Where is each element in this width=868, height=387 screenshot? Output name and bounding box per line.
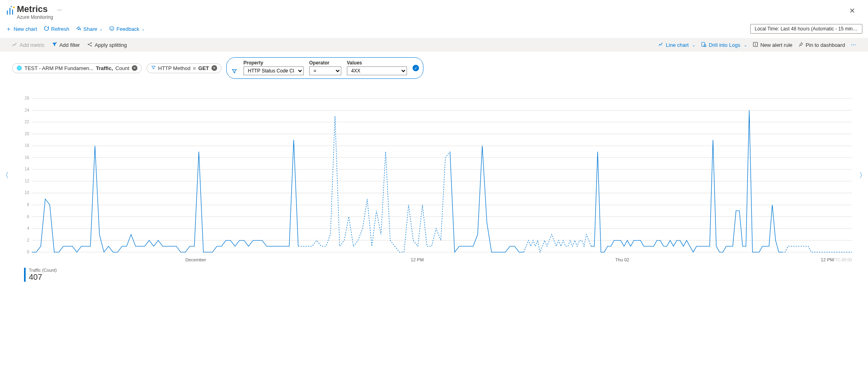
refresh-icon — [44, 26, 49, 32]
svg-text:26: 26 — [25, 96, 30, 100]
filter-icon — [151, 65, 156, 71]
svg-text:20: 20 — [25, 132, 30, 136]
svg-text:8: 8 — [27, 203, 29, 207]
values-select[interactable]: 4XX — [347, 66, 407, 75]
metric-icon — [12, 42, 18, 48]
svg-text:22: 22 — [25, 120, 30, 124]
line-chart-icon — [658, 42, 664, 48]
prev-chart-button[interactable]: 〈 — [2, 170, 9, 180]
metrics-chart[interactable]: 02468101214161820222426December12 PMThu … — [12, 88, 856, 265]
apply-splitting-button[interactable]: Apply splitting — [87, 42, 127, 48]
add-filter-button[interactable]: + Add filter — [52, 42, 80, 48]
metrics-icon — [6, 4, 17, 17]
operator-label: Operator — [309, 60, 341, 66]
chevron-down-icon: ⌄ — [141, 27, 145, 31]
svg-point-10 — [14, 44, 15, 45]
svg-text:UTC-08:00: UTC-08:00 — [832, 258, 852, 262]
svg-point-6 — [111, 27, 111, 28]
filter-icon — [232, 68, 237, 75]
chevron-down-icon: ⌄ — [99, 27, 103, 31]
close-button[interactable]: ✕ — [844, 4, 860, 18]
filter-pill[interactable]: HTTP Method = GET ✕ — [147, 63, 222, 73]
svg-point-7 — [112, 27, 113, 28]
svg-text:18: 18 — [25, 143, 30, 148]
svg-text:December: December — [185, 257, 206, 262]
feedback-button[interactable]: Feedback ⌄ — [109, 26, 145, 32]
chart-type-button[interactable]: Line chart ⌄ — [658, 42, 695, 48]
filter-builder: Property HTTP Status Code Class Operator… — [226, 57, 423, 79]
add-metric-button[interactable]: Add metric — [12, 42, 44, 48]
legend-item[interactable]: Traffic (Count) 407 — [24, 268, 856, 282]
drill-logs-button[interactable]: Drill into Logs ⌄ — [701, 42, 747, 48]
svg-line-18 — [706, 46, 707, 47]
values-label: Values — [347, 60, 407, 66]
svg-text:0: 0 — [27, 250, 29, 254]
next-chart-button[interactable]: 〉 — [859, 170, 866, 180]
resource-icon — [16, 65, 22, 71]
logs-icon — [701, 42, 707, 48]
svg-point-8 — [12, 45, 13, 46]
svg-point-9 — [14, 44, 14, 45]
svg-point-4 — [11, 6, 12, 7]
page-title: Metrics — [17, 4, 53, 14]
share-button[interactable]: Share ⌄ — [76, 26, 103, 32]
svg-text:6: 6 — [27, 215, 29, 219]
legend-total: 407 — [29, 273, 856, 282]
svg-text:10: 10 — [25, 190, 30, 195]
alert-icon — [753, 42, 758, 48]
svg-text:Thu 02: Thu 02 — [615, 257, 629, 262]
svg-text:12 PM: 12 PM — [411, 257, 424, 262]
svg-text:12: 12 — [25, 179, 30, 183]
pin-icon — [798, 42, 804, 48]
chevron-down-icon: ⌄ — [744, 43, 747, 47]
metric-pill[interactable]: TEST - ARM PM Fundamen... Traffic, Count… — [12, 63, 142, 73]
remove-metric-button[interactable]: ✕ — [132, 65, 137, 71]
breadcrumb: Azure Monitoring — [17, 14, 53, 20]
svg-point-5 — [110, 26, 114, 30]
overflow-button[interactable]: ··· — [851, 41, 856, 48]
svg-text:14: 14 — [25, 167, 30, 171]
refresh-button[interactable]: Refresh — [44, 26, 70, 32]
pin-dashboard-button[interactable]: Pin to dashboard — [798, 42, 845, 48]
svg-marker-22 — [17, 66, 22, 70]
legend-series-name: Traffic (Count) — [29, 268, 856, 273]
svg-text:24: 24 — [25, 108, 30, 112]
smile-icon — [109, 26, 115, 32]
time-range-picker[interactable]: Local Time: Last 48 hours (Automatic - 1… — [750, 24, 862, 34]
share-icon — [76, 26, 81, 32]
apply-filter-button[interactable]: ✓ — [413, 65, 419, 71]
new-chart-button[interactable]: ＋ New chart — [6, 25, 37, 33]
split-icon — [87, 42, 93, 48]
plus-icon: ＋ — [6, 25, 12, 33]
svg-text:16: 16 — [25, 155, 30, 160]
svg-point-21 — [755, 45, 756, 46]
svg-point-3 — [13, 6, 14, 8]
remove-filter-button[interactable]: ✕ — [211, 65, 217, 71]
property-label: Property — [244, 60, 304, 66]
chevron-down-icon: ⌄ — [692, 43, 695, 47]
new-alert-button[interactable]: New alert rule — [753, 42, 792, 48]
property-select[interactable]: HTTP Status Code Class — [244, 66, 304, 75]
svg-text:+: + — [56, 42, 57, 44]
operator-select[interactable]: = — [309, 66, 341, 75]
svg-text:4: 4 — [27, 226, 29, 231]
svg-point-11 — [16, 42, 17, 43]
svg-text:2: 2 — [27, 238, 29, 243]
more-icon[interactable]: ··· — [57, 6, 62, 13]
filter-add-icon: + — [52, 42, 57, 48]
